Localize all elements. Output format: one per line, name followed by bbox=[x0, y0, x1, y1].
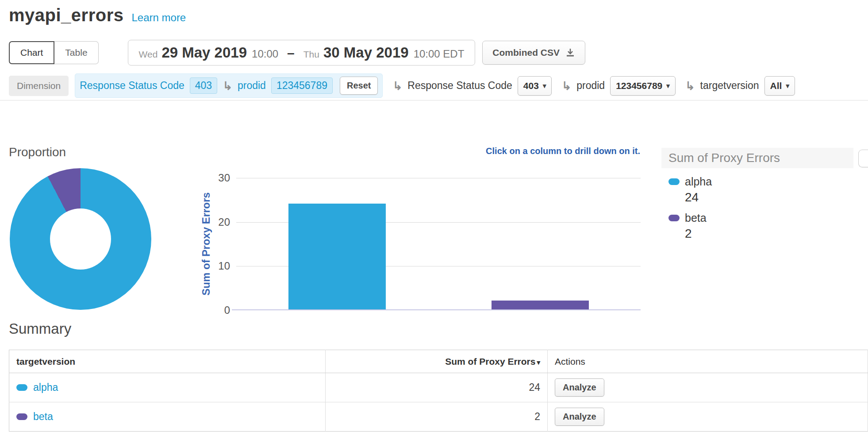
summary-table: targetversion Sum of Proxy Errors▾ Actio… bbox=[9, 350, 868, 432]
combined-csv-button[interactable]: Combined CSV bbox=[482, 41, 585, 65]
analyze-button[interactable]: Analyze bbox=[555, 378, 604, 397]
chevron-down-icon: ▾ bbox=[543, 82, 546, 90]
drilldown-arrow-icon: ↳ bbox=[685, 80, 695, 92]
series-swatch-beta bbox=[668, 215, 680, 221]
date-range-separator: – bbox=[287, 46, 295, 61]
y-tick-label: 0 bbox=[203, 304, 230, 316]
drilldown-arrow-icon: ↳ bbox=[561, 80, 571, 92]
series-swatch-beta bbox=[16, 413, 27, 420]
drilldown-group: ↳ Response Status Code 403 ▾ bbox=[392, 76, 552, 96]
end-time: 10:00 EDT bbox=[414, 48, 465, 60]
reset-button[interactable]: Reset bbox=[340, 77, 378, 95]
learn-more-link[interactable]: Learn more bbox=[131, 12, 186, 24]
end-day: Thu bbox=[303, 49, 319, 60]
view-toggle: Chart Table bbox=[9, 41, 99, 64]
page-header: myapi_errors Learn more bbox=[9, 5, 186, 25]
combined-csv-label: Combined CSV bbox=[492, 47, 560, 58]
drilldown-label: targetversion bbox=[700, 80, 759, 92]
tab-chart[interactable]: Chart bbox=[9, 41, 54, 64]
start-time: 10:00 bbox=[252, 48, 278, 60]
legend-label: beta bbox=[685, 212, 707, 224]
filter-breadcrumb: Response Status Code 403 ↳ prodid 123456… bbox=[75, 73, 383, 98]
legend-item[interactable]: beta 2 bbox=[668, 212, 868, 241]
drilldown-group: ↳ targetversion All ▾ bbox=[685, 76, 795, 96]
start-date: 29 May 2019 bbox=[161, 44, 247, 61]
x-axis-line bbox=[232, 309, 641, 310]
column-header-actions: Actions bbox=[548, 350, 868, 373]
filter-row: Dimension Response Status Code 403 ↳ pro… bbox=[9, 73, 795, 98]
drilldown-label: Response Status Code bbox=[407, 80, 512, 92]
selected-value: 403 bbox=[523, 81, 539, 91]
divider bbox=[0, 100, 868, 100]
breadcrumb-dimension-value[interactable]: 403 bbox=[190, 77, 217, 94]
page-title: myapi_errors bbox=[9, 5, 123, 25]
proportion-donut-chart[interactable] bbox=[10, 168, 151, 310]
date-range-picker[interactable]: Wed 29 May 2019 10:00 – Thu 30 May 2019 … bbox=[128, 40, 476, 66]
table-header-row: targetversion Sum of Proxy Errors▾ Actio… bbox=[9, 350, 868, 373]
breadcrumb-dimension-value[interactable]: 123456789 bbox=[271, 77, 333, 94]
analyze-button[interactable]: Analyze bbox=[555, 408, 604, 426]
legend-collapse-button[interactable] bbox=[858, 150, 868, 167]
tab-table[interactable]: Table bbox=[54, 41, 98, 64]
column-header-sum[interactable]: Sum of Proxy Errors▾ bbox=[326, 350, 548, 373]
chevron-down-icon: ▾ bbox=[786, 82, 789, 90]
column-header-targetversion[interactable]: targetversion bbox=[9, 350, 326, 373]
chevron-down-icon: ▾ bbox=[666, 82, 670, 90]
sum-value: 2 bbox=[326, 402, 548, 432]
response-status-code-select[interactable]: 403 ▾ bbox=[518, 76, 552, 96]
series-swatch-alpha bbox=[16, 384, 27, 391]
dimension-label: Dimension bbox=[9, 76, 69, 96]
y-tick-label: 30 bbox=[203, 172, 230, 184]
breadcrumb-dimension-label[interactable]: prodid bbox=[238, 80, 266, 92]
chart-legend: Sum of Proxy Errors alpha 24 beta 2 bbox=[661, 148, 868, 241]
breadcrumb-dimension-label[interactable]: Response Status Code bbox=[80, 80, 184, 92]
toolbar: Chart Table Wed 29 May 2019 10:00 – Thu … bbox=[9, 40, 585, 66]
legend-value: 2 bbox=[685, 227, 868, 241]
bar-alpha[interactable] bbox=[288, 204, 386, 309]
start-day: Wed bbox=[139, 49, 158, 60]
drilldown-hint: Click on a column to drill down on it. bbox=[486, 146, 640, 156]
selected-value: 123456789 bbox=[616, 81, 662, 91]
download-icon bbox=[565, 48, 575, 58]
gridline bbox=[236, 178, 641, 178]
dimension-value-link-beta[interactable]: beta bbox=[16, 411, 318, 423]
targetversion-select[interactable]: All ▾ bbox=[764, 76, 795, 96]
table-row: alpha 24 Analyze bbox=[9, 373, 868, 402]
series-swatch-alpha bbox=[668, 178, 680, 185]
legend-value: 24 bbox=[685, 190, 868, 204]
drilldown-arrow-icon: ↳ bbox=[392, 80, 402, 92]
donut-hole bbox=[50, 208, 111, 270]
end-date: 30 May 2019 bbox=[323, 44, 409, 61]
legend-item[interactable]: alpha 24 bbox=[668, 175, 868, 204]
table-row: beta 2 Analyze bbox=[9, 402, 868, 432]
drilldown-group: ↳ prodid 123456789 ▾ bbox=[561, 76, 675, 96]
drilldown-label: prodid bbox=[576, 80, 605, 92]
proportion-label: Proportion bbox=[9, 145, 66, 159]
y-tick-label: 10 bbox=[203, 260, 230, 272]
bar-chart bbox=[236, 178, 641, 310]
y-tick-label: 20 bbox=[203, 216, 230, 228]
sum-value: 24 bbox=[326, 373, 548, 402]
drilldown-arrow-icon: ↳ bbox=[223, 80, 232, 92]
bar-beta[interactable] bbox=[492, 301, 589, 309]
sort-caret-icon: ▾ bbox=[537, 359, 540, 366]
dimension-value-link-alpha[interactable]: alpha bbox=[16, 382, 318, 393]
legend-title: Sum of Proxy Errors bbox=[661, 148, 853, 168]
summary-heading: Summary bbox=[9, 320, 71, 337]
prodid-select[interactable]: 123456789 ▾ bbox=[610, 76, 676, 96]
legend-label: alpha bbox=[685, 175, 712, 188]
selected-value: All bbox=[770, 81, 782, 91]
y-axis-title: Sum of Proxy Errors bbox=[200, 192, 212, 295]
